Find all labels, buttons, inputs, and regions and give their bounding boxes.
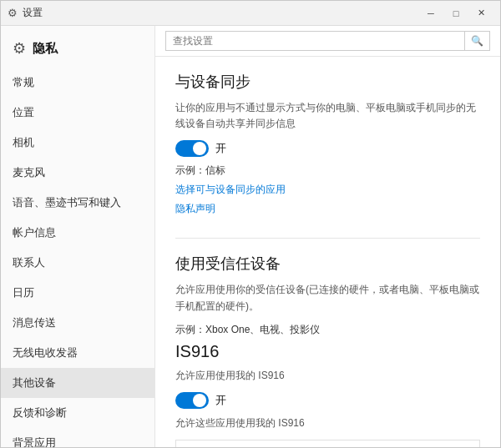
device-toggle-label: 开: [215, 393, 226, 408]
main-content: 与设备同步 让你的应用与不通过显示方式与你的电脑、平板电脑或手机同步的无线设备自…: [155, 57, 500, 447]
sidebar-item-microphone[interactable]: 麦克风: [1, 158, 154, 188]
allow-label: 允许应用使用我的 IS916: [175, 368, 480, 384]
sidebar-item-general[interactable]: 常规: [1, 68, 154, 98]
sync-toggle-row: 开: [175, 140, 480, 157]
trusted-devices-desc: 允许应用使用你的受信任设备(已连接的硬件，或者电脑、平板电脑或手机配置的硬件)。: [175, 282, 480, 314]
sidebar-item-account[interactable]: 帐户信息: [1, 218, 154, 248]
sync-toggle-label: 开: [215, 141, 226, 156]
sidebar-item-contacts[interactable]: 联系人: [1, 248, 154, 278]
sidebar-item-feedback[interactable]: 反馈和诊断: [1, 398, 154, 428]
sync-toggle[interactable]: [175, 140, 209, 157]
close-button[interactable]: ✕: [468, 3, 493, 23]
sidebar-item-location[interactable]: 位置: [1, 98, 154, 128]
sync-section-desc: 让你的应用与不通过显示方式与你的电脑、平板电脑或手机同步的无线设备自动共享并同步…: [175, 100, 480, 132]
sidebar-item-other-devices[interactable]: 其他设备: [1, 368, 154, 398]
settings-window: ⚙ 设置 ─ □ ✕ ⚙ 隐私 常规 位置 相机 麦克风 语音、墨迹书写和键入 …: [0, 0, 501, 448]
sync-section-title: 与设备同步: [175, 72, 480, 92]
device-toggle-row: 开: [175, 392, 480, 409]
section-divider: [175, 238, 480, 239]
search-bar: 🔍: [155, 26, 500, 57]
settings-titlebar-icon: ⚙: [8, 7, 18, 19]
privacy-icon: ⚙: [13, 39, 26, 58]
sync-link2[interactable]: 隐私声明: [175, 202, 480, 216]
titlebar-controls: ─ □ ✕: [418, 3, 493, 23]
sidebar-item-radio[interactable]: 无线电收发器: [1, 338, 154, 368]
sidebar-header: ⚙ 隐私: [1, 31, 154, 68]
trusted-devices-section: 使用受信任设备 允许应用使用你的受信任设备(已连接的硬件，或者电脑、平板电脑或手…: [175, 254, 480, 447]
content-area: ⚙ 隐私 常规 位置 相机 麦克风 语音、墨迹书写和键入 帐户信息 联系人 日历…: [1, 26, 500, 447]
sync-link1[interactable]: 选择可与设备同步的应用: [175, 183, 480, 197]
sync-section: 与设备同步 让你的应用与不通过显示方式与你的电脑、平板电脑或手机同步的无线设备自…: [175, 72, 480, 216]
device-toggle-knob: [193, 394, 206, 407]
allow-label2: 允许这些应用使用我的 IS916: [175, 415, 480, 431]
search-icon: 🔍: [465, 31, 490, 51]
sidebar-item-camera[interactable]: 相机: [1, 128, 154, 158]
sidebar-item-messaging[interactable]: 消息传送: [1, 308, 154, 338]
titlebar-left: ⚙ 设置: [8, 6, 43, 20]
sidebar-item-background[interactable]: 背景应用: [1, 428, 154, 447]
sidebar-item-calendar[interactable]: 日历: [1, 278, 154, 308]
titlebar-title: 设置: [23, 6, 43, 20]
device-name-label: IS916: [175, 342, 480, 361]
search-input[interactable]: [165, 31, 465, 51]
sidebar: ⚙ 隐私 常规 位置 相机 麦克风 语音、墨迹书写和键入 帐户信息 联系人 日历…: [1, 26, 155, 447]
sync-example: 示例：信标: [175, 164, 480, 178]
minimize-button[interactable]: ─: [418, 3, 443, 23]
maximize-button[interactable]: □: [443, 3, 468, 23]
sidebar-item-speech[interactable]: 语音、墨迹书写和键入: [1, 188, 154, 218]
device-toggle[interactable]: [175, 392, 209, 409]
main-panel: 🔍 与设备同步 让你的应用与不通过显示方式与你的电脑、平板电脑或手机同步的无线设…: [155, 26, 500, 447]
device-list-item: Microsoft 手机助手 开: [175, 440, 480, 447]
titlebar: ⚙ 设置 ─ □ ✕: [1, 1, 500, 26]
sidebar-title: 隐私: [33, 41, 58, 57]
sync-toggle-knob: [193, 142, 206, 155]
trusted-example: 示例：Xbox One、电视、投影仪: [175, 323, 480, 337]
trusted-devices-title: 使用受信任设备: [175, 254, 480, 274]
